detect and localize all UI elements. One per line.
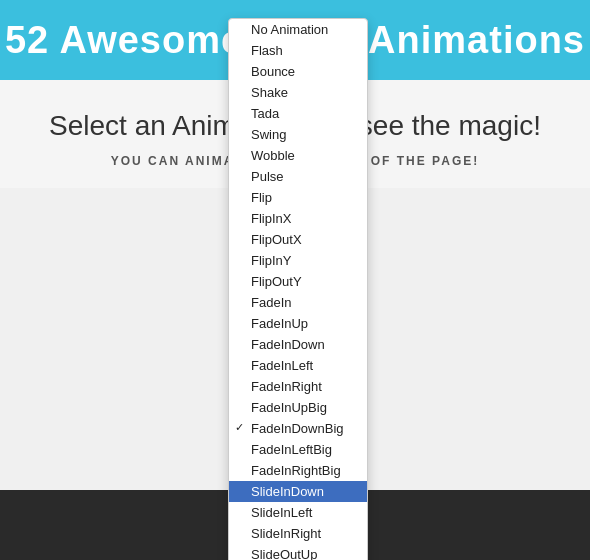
dropdown-item-flipoutx[interactable]: FlipOutX (229, 229, 367, 250)
dropdown-item-fadeinleft[interactable]: FadeInLeft (229, 355, 367, 376)
dropdown-item-slideinleft[interactable]: SlideInLeft (229, 502, 367, 523)
dropdown-item-fadeinrightbig[interactable]: FadeInRightBig (229, 460, 367, 481)
dropdown-item-pulse[interactable]: Pulse (229, 166, 367, 187)
dropdown-item-fadeinleftbig[interactable]: FadeInLeftBig (229, 439, 367, 460)
dropdown-item-fadeindown[interactable]: FadeInDown (229, 334, 367, 355)
dropdown-item-flipiny[interactable]: FlipInY (229, 250, 367, 271)
dropdown-item-slideindown[interactable]: SlideInDown (229, 481, 367, 502)
dropdown-item-no animation[interactable]: No Animation (229, 19, 367, 40)
dropdown-item-slideoutup[interactable]: SlideOutUp (229, 544, 367, 560)
dropdown-item-swing[interactable]: Swing (229, 124, 367, 145)
dropdown-item-shake[interactable]: Shake (229, 82, 367, 103)
dropdown-item-fadeindownbig[interactable]: FadeInDownBig (229, 418, 367, 439)
dropdown-item-flash[interactable]: Flash (229, 40, 367, 61)
dropdown-item-flipouty[interactable]: FlipOutY (229, 271, 367, 292)
dropdown-item-fadein[interactable]: FadeIn (229, 292, 367, 313)
dropdown-item-slideinright[interactable]: SlideInRight (229, 523, 367, 544)
dropdown-item-fadeinup[interactable]: FadeInUp (229, 313, 367, 334)
dropdown-item-fadeinright[interactable]: FadeInRight (229, 376, 367, 397)
animation-dropdown[interactable]: No AnimationFlashBounceShakeTadaSwingWob… (228, 18, 368, 560)
dropdown-item-fadeinupbig[interactable]: FadeInUpBig (229, 397, 367, 418)
dropdown-item-wobble[interactable]: Wobble (229, 145, 367, 166)
dropdown-item-flip[interactable]: Flip (229, 187, 367, 208)
dropdown-item-flipinx[interactable]: FlipInX (229, 208, 367, 229)
dropdown-item-bounce[interactable]: Bounce (229, 61, 367, 82)
dropdown-item-tada[interactable]: Tada (229, 103, 367, 124)
